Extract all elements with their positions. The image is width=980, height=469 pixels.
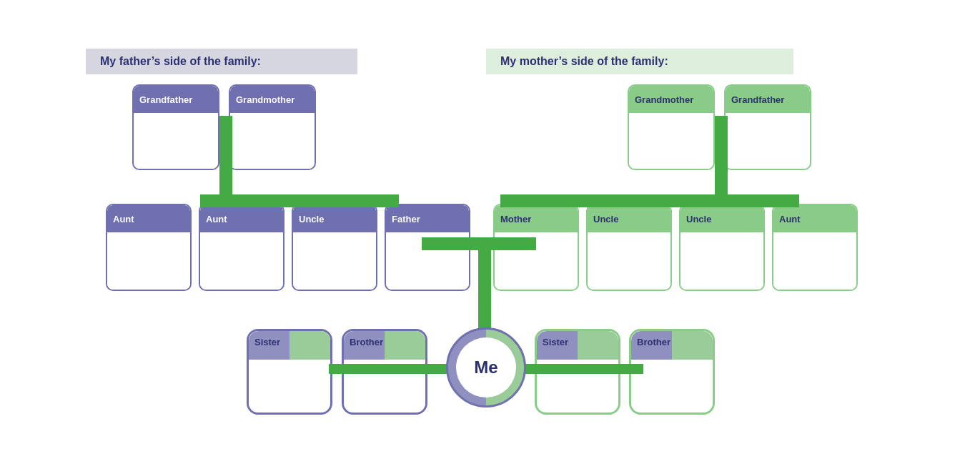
sister-left: Sister [247,329,332,415]
aunt-2: Aunt [199,204,284,291]
grandfather-fathers-label: Grandfather [134,86,218,113]
uncle-green-2: Uncle [679,204,765,291]
father-side-label: My father’s side of the family: [100,55,261,68]
grandmother-mothers: Grandmother [628,84,715,170]
grandmother-fathers: Grandmother [229,84,316,170]
parents-to-me-v [478,237,491,337]
me-circle: Me [446,327,526,408]
father-side-banner: My father’s side of the family: [86,49,357,74]
grandfather-mothers-label: Grandfather [726,86,810,113]
grandmother-mothers-label: Grandmother [629,86,713,113]
grandfather-mothers: Grandfather [724,84,811,170]
family-tree-page: My father’s side of the family: My mothe… [0,0,980,469]
mother-side-banner: My mother’s side of the family: [486,49,793,74]
uncle-purple: Uncle [292,204,377,291]
aunt-1: Aunt [106,204,192,291]
uncle-green-1: Uncle [586,204,672,291]
grandfather-fathers: Grandfather [132,84,219,170]
me-label: Me [456,337,516,398]
grandmother-fathers-label: Grandmother [230,86,315,113]
gp-mother-connector-v [715,116,728,194]
mother-side-h-connector [500,194,799,207]
father-side-h-connector [200,194,399,207]
mother-side-label: My mother’s side of the family: [500,55,668,68]
gp-father-connector-v [219,116,232,194]
aunt-green: Aunt [772,204,858,291]
